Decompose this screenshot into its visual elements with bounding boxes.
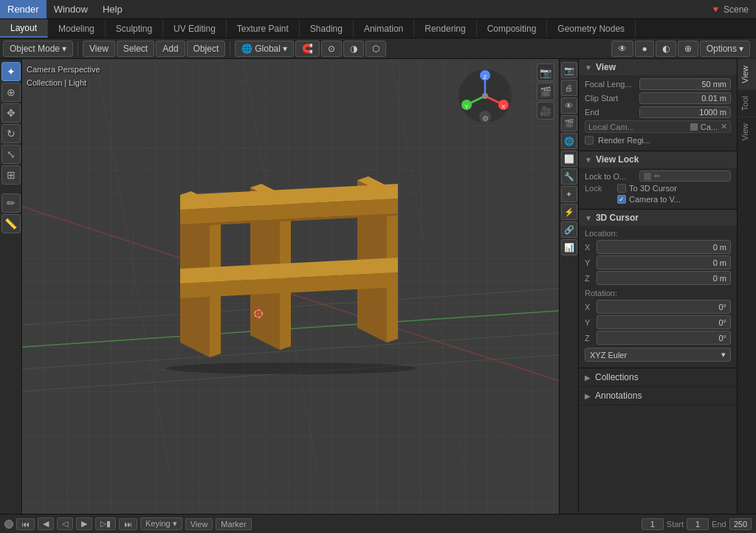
far-tab-item[interactable]: View — [738, 117, 756, 147]
tab-geometry-nodes[interactable]: Geometry Nodes — [547, 19, 636, 38]
tab-modeling[interactable]: Modeling — [48, 19, 106, 38]
view-lock-header[interactable]: ▼ View Lock — [579, 151, 737, 168]
tab-shading[interactable]: Shading — [300, 19, 354, 38]
menu-render[interactable]: Render — [0, 0, 47, 18]
next-frame-btn[interactable]: ▷▮ — [95, 517, 116, 530]
loc-y-value[interactable]: 0 m — [597, 255, 731, 269]
rot-y-value[interactable]: 0° — [597, 315, 731, 329]
jump-start-btn[interactable]: ⏮ — [16, 518, 35, 530]
object-btn[interactable]: Object — [187, 41, 226, 57]
focal-length-value[interactable]: 50 mm — [639, 78, 731, 90]
wireframe-btn[interactable]: ⬡ — [365, 41, 386, 57]
tab-layout[interactable]: Layout — [0, 19, 48, 38]
options-btn[interactable]: Options ▾ — [700, 41, 750, 57]
snap-btn[interactable]: 🧲 — [295, 41, 320, 57]
rs-render-btn[interactable]: 📷 — [561, 62, 577, 78]
end-frame[interactable]: 250 — [729, 518, 752, 530]
keying-btn[interactable]: Keying ▾ — [140, 517, 182, 530]
scale-tool-btn[interactable]: ⤡ — [1, 145, 21, 164]
rs-world-btn[interactable]: 🌐 — [561, 133, 577, 149]
menu-help[interactable]: Help — [95, 0, 130, 18]
viewport-overlay-btn[interactable]: ◐ — [656, 41, 676, 57]
clip-start-value[interactable]: 0.01 m — [639, 92, 731, 104]
viewport[interactable]: Camera Perspective Collection | Light Z … — [22, 59, 559, 514]
play-btn[interactable]: ▶ — [76, 517, 92, 530]
rs-data-btn[interactable]: 📊 — [561, 239, 577, 255]
shading-btn[interactable]: ◑ — [343, 41, 364, 57]
loc-z-value[interactable]: 0 m — [597, 271, 731, 285]
viewport-shading-btn[interactable]: ● — [635, 41, 653, 57]
move-tool-btn[interactable]: ✥ — [1, 103, 21, 123]
measure-btn[interactable]: 📏 — [1, 214, 21, 233]
render-visibility-btn[interactable]: 👁 — [611, 41, 633, 57]
render-region-checkbox[interactable] — [585, 136, 594, 145]
end-label: End — [712, 520, 726, 529]
cursor-3d-header[interactable]: ▼ 3D Cursor — [579, 210, 737, 226]
rs-scene-btn[interactable]: 🎬 — [561, 115, 577, 131]
tab-compositing[interactable]: Compositing — [477, 19, 548, 38]
viewport-render-btn[interactable]: 🎥 — [537, 102, 554, 120]
prev-frame-btn[interactable]: ◀ — [38, 517, 54, 530]
far-tab-view[interactable]: View — [738, 59, 756, 89]
clip-end-value[interactable]: 1000 m — [639, 106, 731, 118]
viewport-gizmo[interactable]: Z X Y ⚙ — [456, 66, 515, 125]
menu-window[interactable]: Window — [47, 0, 95, 18]
tab-animation[interactable]: Animation — [354, 19, 414, 38]
far-tab-tool[interactable]: Tool — [738, 89, 756, 117]
focal-length-label: Focal Leng... — [585, 80, 636, 89]
rotation-z-row: Z 0° — [585, 331, 731, 345]
rs-physics-btn[interactable]: ⚡ — [561, 204, 577, 220]
rs-output-btn[interactable]: 🖨 — [561, 80, 577, 96]
tab-sculpting[interactable]: Sculpting — [106, 19, 163, 38]
rs-modifier-btn[interactable]: 🔧 — [561, 168, 577, 185]
lock-to-3d-checkbox[interactable] — [617, 184, 626, 193]
rs-object-btn[interactable]: ⬜ — [561, 151, 577, 167]
current-frame[interactable]: 1 — [642, 518, 664, 530]
object-mode-btn[interactable]: Object Mode ▾ — [3, 41, 73, 57]
gizmo-btn[interactable]: ⊕ — [678, 41, 698, 57]
tab-texture-paint[interactable]: Texture Paint — [227, 19, 300, 38]
select-btn[interactable]: Select — [117, 41, 154, 57]
render-region-label: Render Regi... — [598, 136, 650, 145]
camera-to-view-checkbox[interactable]: ✓ — [617, 195, 626, 204]
marker-btn[interactable]: Marker — [216, 518, 251, 530]
cursor-3d-arrow: ▼ — [585, 214, 592, 222]
overlay-btn[interactable]: ⊙ — [321, 41, 342, 57]
rotation-x-row: X 0° — [585, 300, 731, 314]
view-btn[interactable]: View — [83, 41, 115, 57]
collections-row[interactable]: ▶ Collections — [579, 368, 737, 387]
lock-to-3d-cursor-row: Lock To 3D Cursor — [585, 184, 731, 193]
global-btn[interactable]: 🌐 Global ▾ — [235, 41, 294, 57]
select-tool-btn[interactable]: ✦ — [1, 62, 21, 81]
top-menubar: Render Window Help 🔻 Scene — [0, 0, 756, 19]
lock-to-value[interactable]: ✏ — [639, 171, 731, 182]
annotations-row[interactable]: ▶ Annotations — [579, 387, 737, 405]
rs-particles-btn[interactable]: ✦ — [561, 186, 577, 202]
cursor-tool-btn[interactable]: ⊕ — [1, 83, 21, 102]
local-cam-row[interactable]: Local Cam... Ca... ✕ — [585, 120, 731, 133]
camera-view-btn[interactable]: 📷 — [537, 63, 554, 81]
rotate-tool-btn[interactable]: ↻ — [1, 124, 21, 143]
rs-view-btn[interactable]: 👁 — [561, 97, 577, 114]
view-section-header[interactable]: ▼ View — [579, 59, 737, 75]
add-btn[interactable]: Add — [156, 41, 185, 57]
rot-z-value[interactable]: 0° — [597, 331, 731, 345]
tab-uv-editing[interactable]: UV Editing — [163, 19, 227, 38]
lock-3d-cursor-label: To 3D Cursor — [629, 184, 677, 193]
engine-selector[interactable]: 🔻 Scene — [710, 4, 749, 15]
jump-end-btn[interactable]: ⏭ — [119, 518, 137, 530]
loc-x-value[interactable]: 0 m — [597, 240, 731, 254]
play-reverse-btn[interactable]: ◁ — [57, 517, 73, 530]
workspace-tabs: Layout Modeling Sculpting UV Editing Tex… — [0, 19, 756, 38]
rs-constraints-btn[interactable]: 🔗 — [561, 221, 577, 238]
annotate-btn[interactable]: ✏ — [1, 193, 21, 213]
transform-tool-btn[interactable]: ⊞ — [1, 165, 21, 185]
scene-view-btn[interactable]: 🎬 — [537, 83, 554, 100]
cam-close-btn[interactable]: ✕ — [721, 122, 727, 131]
start-frame[interactable]: 1 — [687, 518, 709, 530]
rot-x-value[interactable]: 0° — [597, 300, 731, 314]
tab-rendering[interactable]: Rendering — [414, 19, 476, 38]
timeline-view-btn[interactable]: View — [185, 518, 213, 530]
main-area: ✦ ⊕ ✥ ↻ ⤡ ⊞ ✏ 📏 — [0, 59, 756, 514]
euler-dropdown[interactable]: XYZ Euler ▾ — [585, 348, 731, 362]
